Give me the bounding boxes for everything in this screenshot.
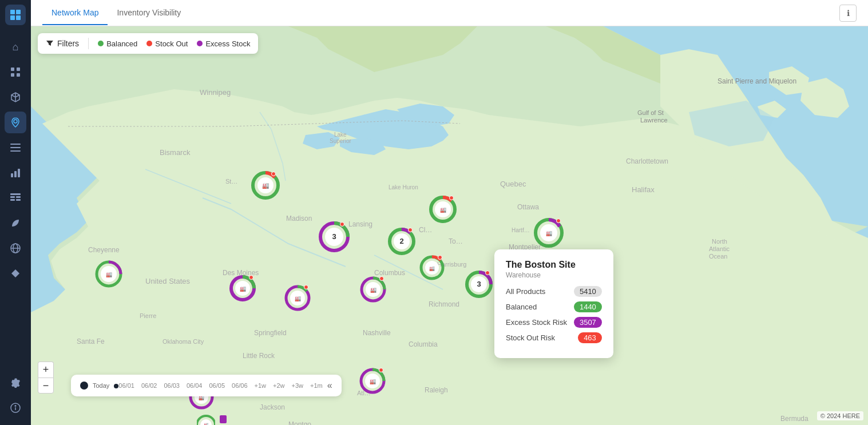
header: Network Map Inventory Visibility ℹ — [31, 0, 868, 26]
svg-text:Richmond: Richmond — [429, 300, 459, 308]
red-indicator — [449, 196, 454, 200]
svg-text:Springfield: Springfield — [254, 329, 287, 337]
svg-text:🏭: 🏭 — [440, 206, 447, 213]
svg-text:North: North — [712, 238, 727, 245]
svg-text:Cheyenne: Cheyenne — [88, 246, 120, 254]
svg-rect-14 — [18, 169, 20, 177]
balanced-dot — [98, 41, 104, 46]
svg-text:United States: United States — [145, 277, 191, 285]
warehouse-marker-10[interactable]: 🏭 — [359, 276, 387, 305]
svg-text:Charlottetown: Charlottetown — [626, 157, 668, 165]
svg-text:🏭: 🏭 — [262, 182, 269, 189]
stock-out-value: 463 — [578, 332, 602, 343]
red-indicator — [271, 172, 276, 176]
svg-text:Little Rock: Little Rock — [243, 352, 275, 360]
svg-rect-16 — [10, 196, 15, 198]
timeline-today-label: Today — [93, 382, 109, 389]
red-indicator — [340, 222, 344, 227]
svg-text:3: 3 — [477, 280, 481, 288]
svg-text:Madison: Madison — [286, 215, 312, 223]
warehouse-marker-1[interactable]: 🏭 — [251, 170, 280, 202]
svg-point-8 — [14, 120, 17, 123]
red-indicator — [556, 219, 561, 223]
svg-text:🏭: 🏭 — [370, 287, 377, 293]
map-container[interactable]: Bismarck Cheyenne Santa Fe Winnipeg Madi… — [31, 26, 868, 425]
svg-text:Bermuda: Bermuda — [780, 415, 808, 423]
sidebar-item-list[interactable] — [5, 137, 26, 158]
sidebar-item-diamond[interactable] — [5, 263, 26, 284]
balanced-value: 1440 — [574, 301, 602, 312]
timeline-bar: Today 06/01 06/02 06/03 06/04 06/05 06/0… — [71, 375, 342, 396]
legend-excess-stock: Excess Stock — [197, 39, 250, 48]
svg-text:2: 2 — [399, 237, 403, 245]
sidebar-item-info[interactable] — [5, 397, 26, 419]
svg-text:Lansing: Lansing — [348, 220, 372, 228]
warehouse-marker-11[interactable]: 🏭 — [94, 260, 123, 291]
red-indicator — [408, 228, 413, 232]
sidebar-item-globe[interactable] — [5, 237, 26, 259]
zoom-in-button[interactable]: + — [38, 362, 54, 378]
svg-rect-13 — [14, 171, 17, 177]
stock-out-label: Stock Out Risk — [506, 333, 555, 342]
sidebar-item-leaf[interactable] — [5, 212, 26, 234]
sidebar-item-grid[interactable] — [5, 61, 26, 83]
zoom-out-button[interactable]: − — [38, 378, 54, 394]
site-popup: The Boston Site Warehouse All Products 5… — [494, 249, 613, 358]
svg-rect-6 — [11, 73, 14, 77]
svg-text:Nashville: Nashville — [363, 329, 391, 337]
tab-network-map[interactable]: Network Map — [42, 1, 108, 25]
red-indicator — [304, 285, 308, 289]
all-products-value: 5410 — [574, 286, 602, 297]
svg-text:To…: To… — [449, 237, 463, 245]
svg-text:Ottawa: Ottawa — [517, 203, 539, 211]
svg-text:Lake Huron: Lake Huron — [389, 184, 418, 190]
sidebar-item-home[interactable]: ⌂ — [5, 36, 26, 58]
timeline-collapse-button[interactable]: « — [327, 380, 332, 391]
popup-row-balanced: Balanced 1440 — [506, 301, 602, 312]
svg-rect-3 — [16, 15, 21, 20]
warehouse-marker-6[interactable]: 🏭 — [419, 255, 445, 283]
sidebar-item-chart[interactable] — [5, 162, 26, 184]
legend-chip — [220, 415, 227, 423]
svg-text:🏭: 🏭 — [546, 230, 553, 237]
header-info-button[interactable]: ℹ — [839, 5, 857, 22]
warehouse-marker-boston[interactable]: 🏭 — [533, 217, 564, 251]
sidebar-item-settings[interactable] — [5, 372, 26, 394]
svg-text:Halifax: Halifax — [632, 185, 655, 194]
legend-balanced-label: Balanced — [106, 39, 137, 48]
zoom-controls: + − — [38, 362, 54, 394]
balanced-label: Balanced — [506, 303, 537, 311]
legend-balanced: Balanced — [98, 39, 137, 48]
svg-text:🏭: 🏭 — [429, 265, 435, 271]
warehouse-marker-9[interactable]: 🏭 — [284, 284, 311, 314]
warehouse-marker-13[interactable]: 🏭 — [359, 367, 386, 397]
svg-text:3: 3 — [332, 232, 336, 241]
filters-button[interactable]: Filters — [46, 39, 79, 48]
svg-text:🏭: 🏭 — [106, 271, 113, 278]
svg-text:Gulf of St: Gulf of St — [637, 109, 664, 116]
popup-row-all-products: All Products 5410 — [506, 286, 602, 297]
svg-text:St…: St… — [225, 178, 237, 185]
svg-text:Pierre: Pierre — [140, 312, 156, 319]
warehouse-marker-8[interactable]: 🏭 — [229, 275, 256, 304]
tab-inventory-visibility[interactable]: Inventory Visibility — [108, 1, 190, 25]
svg-text:Lawrence: Lawrence — [640, 117, 668, 124]
sidebar-item-location[interactable] — [5, 112, 26, 133]
sidebar-item-table[interactable] — [5, 187, 26, 209]
all-products-label: All Products — [506, 287, 545, 296]
warehouse-marker-4[interactable]: 🏭 — [429, 195, 457, 226]
filters-label: Filters — [57, 39, 79, 48]
warehouse-marker-2[interactable]: 3 — [318, 221, 350, 255]
svg-text:Saint Pierre and Miquelon: Saint Pierre and Miquelon — [718, 77, 796, 85]
svg-rect-4 — [11, 67, 14, 71]
svg-rect-7 — [17, 73, 20, 77]
svg-rect-12 — [11, 173, 13, 177]
warehouse-marker-3[interactable]: 2 — [387, 227, 416, 258]
svg-rect-5 — [17, 67, 20, 71]
svg-text:Jackson: Jackson — [260, 403, 285, 411]
svg-text:Atlantic: Atlantic — [709, 245, 730, 252]
sidebar-item-box[interactable] — [5, 86, 26, 108]
warehouse-marker-7[interactable]: 3 — [465, 270, 493, 301]
svg-text:Columbia: Columbia — [409, 340, 438, 348]
timeline-handle[interactable] — [114, 384, 118, 388]
